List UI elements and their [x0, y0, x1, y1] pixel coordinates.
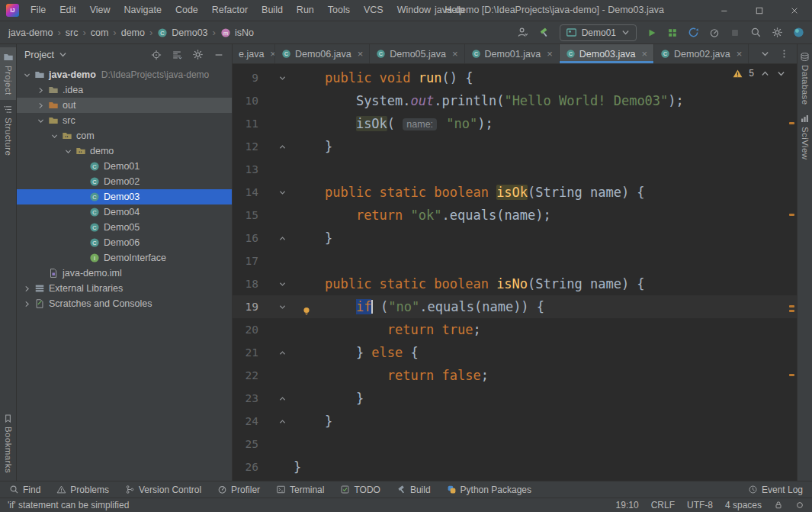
tab-demo01-java[interactable]: CDemo01.java× — [465, 44, 560, 63]
tool-button-todo[interactable]: TODO — [340, 485, 380, 495]
menu-vcs[interactable]: VCS — [357, 0, 390, 21]
tab-demo05-java[interactable]: CDemo05.java× — [370, 44, 464, 63]
code-editor[interactable]: 9 public void run() {10 System.out.print… — [233, 64, 797, 481]
line-number[interactable]: 15 — [233, 209, 260, 221]
tool-button-build[interactable]: Build — [396, 485, 431, 495]
fold-down-icon[interactable] — [260, 188, 294, 197]
window-button-minimize[interactable] — [707, 0, 742, 21]
code-line-25[interactable]: 25 — [233, 433, 797, 456]
menu-window[interactable]: Window — [390, 0, 438, 21]
chevron-down-icon[interactable] — [35, 117, 47, 125]
tree-row-scratches-and-consoles[interactable]: Scratches and Consoles — [17, 296, 232, 311]
chevron-down-icon[interactable] — [776, 69, 786, 79]
tool-button-terminal[interactable]: Terminal — [276, 485, 324, 495]
line-number[interactable]: 11 — [233, 118, 260, 130]
chevron-right-icon[interactable] — [35, 86, 47, 95]
indicator-icon[interactable] — [795, 501, 804, 510]
tab-close-icon[interactable]: × — [452, 49, 458, 59]
line-number[interactable]: 18 — [233, 278, 260, 290]
lock-icon[interactable] — [774, 501, 783, 510]
search-icon[interactable] — [750, 27, 762, 38]
code-line-12[interactable]: 12 } — [233, 135, 797, 158]
tab-close-icon[interactable]: × — [737, 49, 743, 59]
code-line-22[interactable]: 22 return false; — [233, 364, 797, 387]
tab-close-icon[interactable]: × — [270, 49, 275, 59]
line-number[interactable]: 17 — [233, 255, 260, 267]
tool-button-find[interactable]: Find — [9, 485, 40, 495]
locate-icon[interactable] — [151, 50, 162, 60]
project-panel-title[interactable]: Project — [24, 50, 54, 60]
fold-up-icon[interactable] — [260, 234, 294, 243]
tool-button-python-packages[interactable]: Python Packages — [447, 485, 531, 495]
chevron-down-icon[interactable] — [63, 147, 74, 156]
tool-button-version-control[interactable]: Version Control — [125, 485, 201, 495]
tool-window-tab-database[interactable]: Database — [798, 47, 812, 109]
code-line-9[interactable]: 9 public void run() { — [233, 66, 797, 89]
tab-demo06-java[interactable]: CDemo06.java× — [275, 44, 370, 63]
line-number[interactable]: 13 — [233, 163, 260, 175]
menu-file[interactable]: File — [24, 0, 53, 21]
scrollbar-mark[interactable] — [789, 374, 794, 376]
code-line-23[interactable]: 23 } — [233, 387, 797, 410]
menu-build[interactable]: Build — [255, 0, 290, 21]
breadcrumb-item-java-demo[interactable]: java-demo — [8, 27, 53, 38]
line-number[interactable]: 19 — [233, 301, 260, 313]
file-encoding[interactable]: UTF-8 — [687, 500, 713, 510]
status-message[interactable]: 'if' statement can be simplified — [8, 500, 129, 510]
fold-down-icon[interactable] — [260, 303, 294, 311]
line-number[interactable]: 20 — [233, 324, 260, 336]
scrollbar-mark[interactable] — [789, 122, 794, 124]
line-number[interactable]: 21 — [233, 346, 260, 359]
tab-demo02-java[interactable]: CDemo02.java× — [654, 44, 749, 63]
breadcrumb-item-com[interactable]: com — [90, 27, 110, 38]
tree-row-demo05[interactable]: CDemo05 — [17, 220, 232, 235]
code-line-11[interactable]: 11 isOk( name: "no"); — [233, 112, 797, 135]
tool-window-tab-sciview[interactable]: SciView — [798, 109, 812, 165]
chevron-down-icon[interactable] — [760, 49, 770, 59]
line-number[interactable]: 14 — [233, 186, 260, 198]
menu-view[interactable]: View — [83, 0, 117, 21]
tool-button-problems[interactable]: Problems — [56, 485, 109, 495]
tab-close-icon[interactable]: × — [641, 49, 647, 59]
fold-up-icon[interactable] — [260, 417, 294, 426]
user-icon[interactable] — [517, 27, 528, 38]
menu-tools[interactable]: Tools — [321, 0, 357, 21]
chevron-down-icon[interactable] — [58, 50, 68, 60]
tree-row-external-libraries[interactable]: External Libraries — [17, 281, 232, 296]
code-line-21[interactable]: 21 } else { — [233, 341, 797, 364]
run-configuration-select[interactable]: Demo01 — [560, 24, 637, 41]
tree-row-java-demo[interactable]: java-demoD:\IdeaProjects\java-demo — [17, 67, 232, 82]
build-hammer-icon[interactable] — [538, 27, 550, 38]
tab-demo03-java[interactable]: CDemo03.java× — [560, 44, 654, 63]
settings-icon[interactable] — [772, 27, 783, 38]
tree-row-out[interactable]: out — [17, 98, 232, 113]
tree-row-com[interactable]: com — [17, 128, 232, 143]
tree-row-demointerface[interactable]: IDemoInterface — [17, 250, 232, 266]
tool-button-event-log[interactable]: Event Log — [748, 485, 803, 495]
chevron-right-icon[interactable] — [35, 101, 47, 110]
menu-navigate[interactable]: Navigate — [117, 0, 168, 21]
tree-row-demo04[interactable]: CDemo04 — [17, 204, 232, 220]
tree-row-demo[interactable]: demo — [17, 143, 232, 159]
indent-style[interactable]: 4 spaces — [725, 500, 762, 510]
code-line-15[interactable]: 15 return "ok".equals(name); — [233, 204, 797, 227]
settings-icon[interactable] — [192, 49, 204, 60]
tree-row-demo02[interactable]: CDemo02 — [17, 174, 232, 189]
tree-row-java-demo-iml[interactable]: java-demo.iml — [17, 266, 232, 281]
line-number[interactable]: 16 — [233, 232, 260, 244]
services-button[interactable] — [667, 27, 678, 38]
menu-code[interactable]: Code — [168, 0, 205, 21]
menu-edit[interactable]: Edit — [53, 0, 83, 21]
code-line-10[interactable]: 10 System.out.println("Hello World! Demo… — [233, 89, 797, 112]
tree-row-demo03[interactable]: CDemo03 — [17, 189, 232, 204]
code-line-20[interactable]: 20 return true; — [233, 318, 797, 341]
line-number[interactable]: 9 — [233, 72, 260, 84]
fold-up-icon[interactable] — [260, 349, 294, 357]
fold-up-icon[interactable] — [260, 394, 294, 403]
menu-run[interactable]: Run — [290, 0, 321, 21]
line-number[interactable]: 12 — [233, 140, 260, 153]
tool-button-profiler[interactable]: Profiler — [217, 485, 260, 495]
code-line-18[interactable]: 18 public static boolean isNo(String nam… — [233, 272, 797, 295]
code-line-26[interactable]: 26} — [233, 456, 797, 478]
tab-close-icon[interactable]: × — [358, 49, 364, 59]
